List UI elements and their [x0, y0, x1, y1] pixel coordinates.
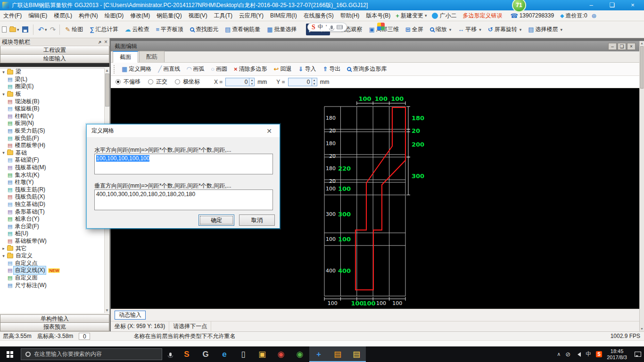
menu-item[interactable]: 视图(V): [185, 10, 211, 21]
scrollbar-thumb[interactable]: [105, 74, 109, 107]
clear-polygon-button[interactable]: ×清除多边形: [231, 64, 271, 74]
tree-item[interactable]: ▤现浇板(B): [0, 98, 104, 105]
menu-item[interactable]: 楼层(L): [50, 10, 75, 21]
scrollbar-thumb[interactable]: [640, 46, 644, 89]
radio-polar[interactable]: [175, 79, 180, 84]
tree-item[interactable]: ▤基础板带(W): [0, 238, 104, 245]
menu-item[interactable]: 文件(F): [0, 10, 25, 21]
undo-button[interactable]: ↶▾: [38, 25, 47, 34]
scroll-down-icon[interactable]: ▼: [105, 308, 109, 313]
toolbar-grip[interactable]: [114, 65, 116, 74]
tree-item[interactable]: ▤圈梁(E): [0, 83, 104, 90]
screen-rotate-button[interactable]: ↺屏幕旋转: [485, 24, 525, 35]
zoom-button[interactable]: 缩放: [427, 24, 455, 35]
drawing-input-button[interactable]: 绘图输入: [0, 55, 109, 63]
chevron-up-icon[interactable]: ∧: [557, 351, 561, 357]
save-button[interactable]: [22, 26, 28, 33]
mic-icon[interactable]: [330, 25, 333, 29]
menu-item[interactable]: 修改(M): [127, 10, 153, 21]
maximize-button[interactable]: ❏: [602, 0, 622, 10]
action-center-icon[interactable]: [635, 352, 641, 357]
collapse-icon[interactable]: ▾: [1, 70, 6, 74]
menu-item[interactable]: 云应用(Y): [236, 10, 267, 21]
ime-punct-toggle[interactable]: ’: [326, 24, 327, 31]
assistant-button[interactable]: 广小二: [439, 12, 456, 20]
close-button[interactable]: ×: [622, 0, 643, 10]
report-preview-button[interactable]: 报表预览: [0, 323, 109, 331]
batch-select-button[interactable]: ▦批量选择: [264, 24, 300, 35]
y-input[interactable]: 0▲▼: [288, 78, 317, 86]
align-slab-top-button[interactable]: ≡平齐板顶: [152, 24, 187, 35]
doc-restore-button[interactable]: ❏: [618, 43, 626, 50]
draw-button[interactable]: ✎绘图: [62, 24, 86, 35]
tree-item[interactable]: ▤自定义点: [0, 259, 104, 267]
collapse-icon[interactable]: ▾: [1, 92, 6, 97]
menu-item[interactable]: 编辑(E): [25, 10, 50, 21]
app-green-taskbar-icon[interactable]: ◉: [290, 346, 309, 362]
new-change-button[interactable]: 新建变更: [401, 12, 423, 20]
glodon-taskbar-icon[interactable]: +: [309, 346, 328, 362]
chrome-taskbar-icon[interactable]: ◉: [272, 346, 290, 362]
find-element-button[interactable]: 查找图元: [187, 24, 222, 35]
polar-label[interactable]: 极坐标: [183, 78, 200, 86]
collapse-icon[interactable]: ▾: [1, 150, 6, 155]
draw-circle-button[interactable]: ○画圆: [207, 64, 231, 74]
tree-item[interactable]: ▤尺寸标注(W): [0, 281, 104, 289]
menu-item[interactable]: 帮助(H): [337, 10, 363, 21]
summary-calc-button[interactable]: ∑汇总计算: [86, 24, 121, 35]
horizontal-spacing-input[interactable]: 100,100,100,100,100: [94, 154, 273, 174]
network-icon[interactable]: ⊘: [565, 351, 570, 358]
radio-orthogonal[interactable]: [148, 79, 153, 84]
ok-button[interactable]: 确定: [198, 214, 234, 226]
tree-item[interactable]: ▤柱帽(V): [0, 113, 104, 120]
doc-minimize-button[interactable]: –: [608, 43, 617, 50]
tree-folder[interactable]: ▾板: [0, 90, 104, 98]
pin-icon[interactable]: ➜: [96, 39, 103, 45]
mic-button[interactable]: [163, 346, 177, 362]
draw-line-button[interactable]: ╱画直线: [155, 64, 183, 74]
workspace-scrollbar[interactable]: ▲ ▼: [639, 41, 644, 331]
project-settings-button[interactable]: 工程设置: [0, 46, 109, 55]
device-taskbar-icon[interactable]: ▯: [234, 346, 253, 362]
phone-number[interactable]: 13907298339: [520, 12, 554, 19]
ime-indicator[interactable]: 中: [586, 350, 591, 358]
single-component-input-button[interactable]: 单构件输入: [0, 314, 109, 323]
start-button[interactable]: [0, 346, 20, 362]
redo-button[interactable]: ↷: [50, 25, 56, 34]
tree-item[interactable]: ▤桩(U): [0, 230, 104, 238]
menu-item[interactable]: 工具(T): [211, 10, 236, 21]
menu-item[interactable]: 绘图(D): [101, 10, 127, 21]
volume-icon[interactable]: [575, 352, 581, 357]
keyboard-icon[interactable]: [337, 25, 343, 29]
gear-icon[interactable]: ⊛: [592, 12, 597, 19]
tree-item[interactable]: ▤自定义面: [0, 274, 104, 282]
open-file-button[interactable]: ▾: [9, 27, 19, 32]
floor-select-button[interactable]: ▤选择楼层: [525, 24, 566, 35]
tab-rebar[interactable]: 配筋: [139, 51, 165, 62]
define-grid-button[interactable]: ▦定义网格: [118, 64, 155, 74]
menu-item[interactable]: 版本号(B): [363, 10, 394, 21]
ime-mode-toggle[interactable]: 中: [318, 23, 323, 31]
minimize-button[interactable]: –: [581, 0, 602, 10]
ime-toolbar[interactable]: S 中 ’: [307, 23, 347, 32]
view-rebar-button[interactable]: ▤查看钢筋量: [222, 24, 264, 35]
taskbar-search-input[interactable]: 在这里输入你要搜索的内容: [21, 348, 162, 360]
draw-arc-button[interactable]: ◠画弧: [183, 64, 207, 74]
menu-item[interactable]: BIM应用(I): [267, 10, 300, 21]
tab-section[interactable]: 截面: [113, 51, 138, 63]
menu-item[interactable]: 钢筋量(Q): [153, 10, 185, 21]
pan-button[interactable]: ↔平移: [454, 24, 485, 35]
tree-folder[interactable]: ▸其它: [0, 245, 104, 252]
menu-item[interactable]: 在线服务(S): [300, 10, 337, 21]
close-panel-icon[interactable]: ×: [104, 39, 107, 45]
orthogonal-label[interactable]: 正交: [156, 78, 167, 86]
fullscreen-button[interactable]: ⊞全屏: [402, 24, 427, 35]
dialog-titlebar[interactable]: 定义网格 ✕: [87, 124, 280, 137]
tree-item[interactable]: ▤自定义线(X)NEW: [0, 267, 104, 274]
scroll-up-icon[interactable]: ▲: [105, 68, 109, 73]
undo-step-button[interactable]: ↩回退: [271, 64, 295, 74]
explorer-taskbar-icon[interactable]: ▣: [253, 346, 272, 362]
doc-close-button[interactable]: ×: [627, 43, 636, 50]
x-input[interactable]: 0▲▼: [225, 78, 255, 86]
vertical-spacing-input[interactable]: 400,100,300,100,20,180,20,180,20,180: [94, 189, 273, 210]
